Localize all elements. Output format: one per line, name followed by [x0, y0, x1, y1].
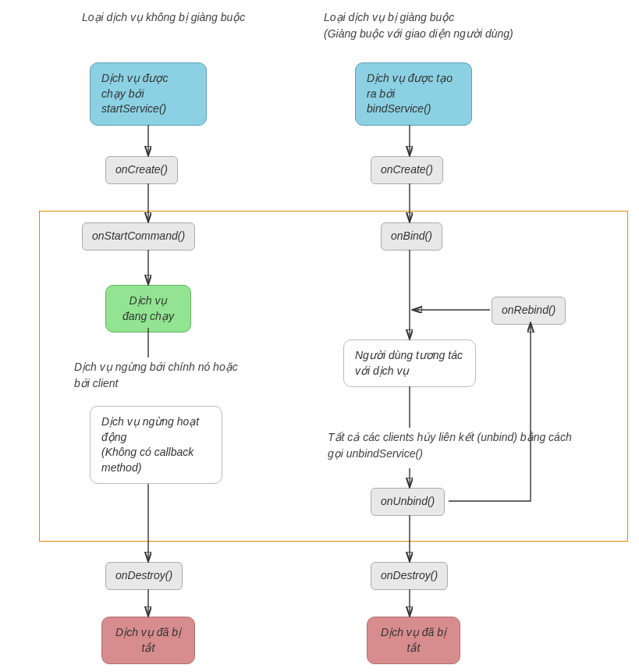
header-left: Loại dịch vụ không bị giàng buộc: [82, 9, 246, 26]
node-ondestroy-left: onDestroy(): [105, 562, 183, 590]
node-oncreate-right: onCreate(): [371, 156, 443, 184]
node-start-right: Dịch vụ được tạo ra bởi bindService(): [355, 62, 472, 126]
node-onrebind: onRebind(): [492, 297, 566, 325]
node-ondestroy-right: onDestroy(): [371, 562, 448, 590]
header-right: Loại dịch vụ bị giàng buộc (Giàng buộc v…: [324, 9, 589, 42]
node-oncreate-left: onCreate(): [105, 156, 178, 184]
node-running: Dịch vụ đang chạy: [105, 285, 191, 332]
node-stop-box: Dịch vụ ngừng hoạt động (Không có callba…: [90, 406, 222, 484]
node-shutdown-left: Dịch vụ đã bị tắt: [101, 617, 195, 664]
label-stop-note: Dịch vụ ngừng bởi chính nó hoặc bởi clie…: [74, 359, 254, 392]
node-interact: Người dùng tương tác với dịch vụ: [343, 340, 476, 387]
node-start-left: Dịch vụ được chạy bởi startService(): [90, 62, 207, 126]
label-unbind-note: Tất cả các clients hủy liên kết (unbind)…: [328, 429, 577, 462]
node-onunbind: onUnbind(): [371, 488, 445, 516]
node-shutdown-right: Dịch vụ đã bị tắt: [367, 617, 460, 664]
node-onbind: onBind(): [381, 222, 442, 251]
node-onstartcommand: onStartCommand(): [82, 222, 195, 251]
